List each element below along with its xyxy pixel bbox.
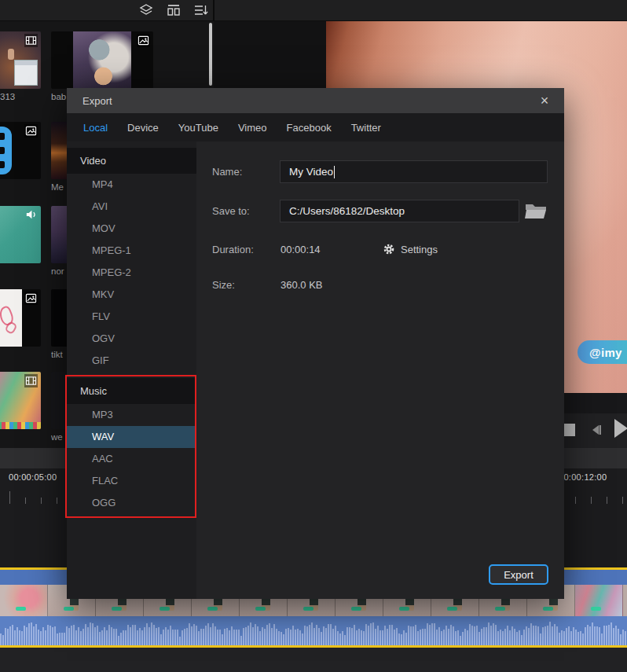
stop-button[interactable] (563, 424, 575, 436)
media-tile-bab[interactable] (51, 31, 153, 89)
dialog-title: Export (82, 95, 112, 107)
gear-icon (383, 243, 395, 255)
media-tile-sketch[interactable] (0, 289, 41, 347)
tab-twitter[interactable]: Twitter (351, 122, 381, 134)
settings-button[interactable]: Settings (383, 239, 438, 259)
media-tile-audio[interactable] (0, 206, 41, 263)
video-editor-window: 313 bab Me nor tikt we (0, 0, 627, 672)
format-item-mov[interactable]: MOV (67, 218, 196, 240)
video-file-icon (24, 34, 38, 47)
storyboard-view-icon[interactable] (166, 2, 182, 18)
audio-waveform[interactable] (0, 616, 627, 645)
dialog-body: Video MP4 AVI MOV MPEG-1 MPEG-2 MKV FLV … (67, 141, 564, 599)
format-item-flac[interactable]: FLAC (67, 470, 196, 492)
export-dialog: Export × Local Device YouTube Vimeo Face… (67, 88, 564, 599)
name-label: Name: (212, 166, 242, 178)
media-tile-film-logo[interactable] (0, 122, 41, 179)
size-value: 360.0 KB (280, 279, 323, 291)
size-label: Size: (212, 279, 235, 291)
media-tile-kid[interactable] (0, 372, 41, 429)
watermark-pill: @imy (578, 340, 627, 364)
name-value: My Video (289, 166, 333, 178)
image-file-icon (24, 124, 38, 138)
sort-order-icon[interactable] (192, 2, 208, 18)
tab-vimeo[interactable]: Vimeo (238, 122, 267, 134)
thumbnail-art (14, 60, 38, 86)
previous-frame-button[interactable] (588, 424, 604, 436)
close-icon[interactable]: × (536, 92, 553, 109)
section-header-music: Music (67, 378, 196, 404)
save-to-input[interactable]: C:/Users/86182/Desktop (280, 200, 519, 222)
layers-view-icon[interactable] (138, 2, 154, 18)
format-item-aac[interactable]: AAC (67, 448, 196, 470)
dialog-header[interactable]: Export × (67, 88, 564, 113)
thumbnail-art (0, 127, 12, 174)
watermark-text: @imy (589, 346, 622, 359)
format-item-mp4[interactable]: MP4 (67, 174, 196, 196)
tab-device[interactable]: Device (127, 122, 159, 134)
play-button[interactable] (614, 419, 627, 438)
name-input[interactable]: My Video (280, 160, 548, 183)
speaker-icon (24, 207, 38, 221)
save-to-label: Save to: (212, 205, 250, 217)
tab-facebook[interactable]: Facebook (287, 122, 332, 134)
media-tile-313[interactable] (0, 31, 41, 89)
image-file-icon (24, 292, 38, 305)
ruler-timestamp-right: 00:00:12:00 (559, 472, 607, 482)
dialog-tab-bar: Local Device YouTube Vimeo Facebook Twit… (67, 113, 564, 141)
duration-label: Duration: (212, 244, 254, 255)
thumbnail-art (0, 422, 41, 429)
format-item-mkv[interactable]: MKV (67, 284, 196, 306)
save-to-value: C:/Users/86182/Desktop (289, 205, 405, 217)
thumbnail-art (8, 49, 14, 60)
video-file-icon (24, 374, 38, 387)
format-item-mpeg2[interactable]: MPEG-2 (67, 262, 196, 284)
media-scrollbar[interactable] (209, 23, 212, 86)
format-sidebar: Video MP4 AVI MOV MPEG-1 MPEG-2 MKV FLV … (67, 141, 196, 599)
format-item-flv[interactable]: FLV (67, 306, 196, 328)
duration-value: 00:00:14 (280, 244, 321, 255)
image-file-icon (137, 34, 150, 47)
text-caret (334, 166, 335, 178)
format-item-wav[interactable]: WAV (67, 426, 196, 448)
export-button[interactable]: Export (489, 564, 548, 585)
format-item-ogv[interactable]: OGV (67, 328, 196, 350)
format-item-ogg[interactable]: OGG (67, 492, 196, 514)
toolbar-divider (213, 0, 214, 21)
timeline-empty-area (0, 648, 627, 672)
tab-local[interactable]: Local (83, 122, 108, 134)
top-toolbar (0, 0, 627, 21)
thumbnail-art (73, 31, 131, 89)
format-item-gif[interactable]: GIF (67, 350, 196, 372)
format-item-mpeg1[interactable]: MPEG-1 (67, 240, 196, 262)
section-header-video: Video (67, 148, 196, 174)
tab-youtube[interactable]: YouTube (178, 122, 218, 134)
format-item-avi[interactable]: AVI (67, 196, 196, 218)
media-tile-label: 313 (0, 92, 41, 101)
settings-label: Settings (401, 244, 438, 255)
ruler-timestamp-left: 00:00:05:00 (9, 472, 57, 482)
browse-folder-icon[interactable] (524, 200, 548, 222)
format-item-mp3[interactable]: MP3 (67, 404, 196, 426)
